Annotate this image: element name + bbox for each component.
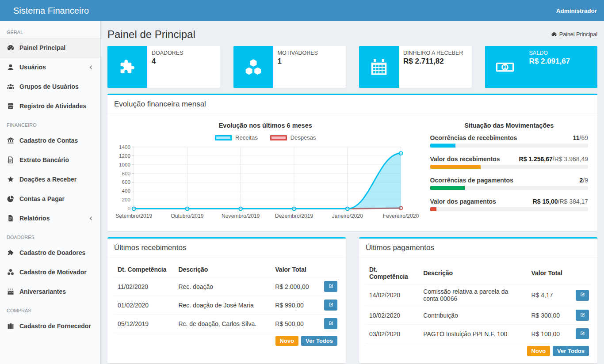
progress-fill xyxy=(430,144,455,148)
sidebar-item-usuarios[interactable]: Usuários xyxy=(0,57,100,77)
file-text-icon xyxy=(7,156,15,164)
sidebar-item-cadastro-de-contas[interactable]: Cadastro de Contas xyxy=(0,131,100,150)
edit-icon xyxy=(580,330,585,337)
view-all-button[interactable]: Ver Todos xyxy=(301,336,337,346)
legend-swatch xyxy=(215,135,232,140)
breadcrumb[interactable]: Painel Principal xyxy=(551,31,597,38)
stats-title: Situação das Movimentações xyxy=(430,122,588,129)
progress-bar xyxy=(430,165,588,169)
table-row: 05/12/2019 Rc. de doação, Carlos Silva. … xyxy=(114,315,339,333)
new-button[interactable]: Novo xyxy=(527,346,550,356)
gauge-icon xyxy=(7,44,15,52)
sidebar-item-label: Doações a Receber xyxy=(19,176,94,183)
users-icon xyxy=(7,83,15,91)
edit-button[interactable] xyxy=(324,300,337,311)
legend-item: Receitas xyxy=(215,134,258,141)
sidebar-item-doacoes-a-receber[interactable]: Doações a Receber xyxy=(0,170,100,189)
sidebar-item-label: Cadastro de Doadores xyxy=(19,249,94,256)
edit-icon xyxy=(580,312,585,319)
puzzle-icon xyxy=(7,249,15,257)
top-navbar: Sistema Financeiro Administrador xyxy=(0,0,604,21)
legend-swatch xyxy=(270,135,287,140)
edit-icon xyxy=(580,292,585,299)
stat-label: Valor dos recebimentos xyxy=(430,155,500,163)
sidebar-item-cadastro-de-doadores[interactable]: Cadastro de Doadores xyxy=(0,243,100,262)
sidebar-item-label: Relatórios xyxy=(19,215,88,222)
column-header: Descrição xyxy=(175,262,271,277)
new-button[interactable]: Novo xyxy=(275,336,299,346)
info-box-value: R$ 2.091,67 xyxy=(529,57,593,66)
info-box-label: DOADORES xyxy=(152,50,216,56)
sidebar-section-label: COMPRAS xyxy=(0,301,100,316)
sidebar-item-label: Cadastro de Motivador xyxy=(19,269,94,276)
sidebar-item-cadastro-de-motivador[interactable]: Cadastro de Motivador xyxy=(0,262,100,282)
info-box-value: 4 xyxy=(152,57,216,66)
edit-button[interactable] xyxy=(324,281,337,292)
sidebar-item-label: Grupos de Usuários xyxy=(19,83,94,90)
edit-button[interactable] xyxy=(576,310,589,321)
info-box-row: DOADORES 4 MOTIVADORES 1 DINHEIRO A RECE… xyxy=(107,46,597,88)
info-box: 1 SALDO R$ 2.091,67 xyxy=(485,46,598,88)
stat-row: Ocorrências de recebimentos 11/69 xyxy=(430,134,588,148)
cubes-icon xyxy=(7,268,15,276)
sidebar-item-relatorios[interactable]: Relatórios xyxy=(0,209,100,228)
info-box-value: R$ 2.711,82 xyxy=(403,57,467,66)
briefcase-icon xyxy=(7,322,15,330)
calendar-icon xyxy=(359,46,399,88)
column-header: Descrição xyxy=(420,262,528,284)
edit-button[interactable] xyxy=(324,318,337,329)
pagamentos-table: Dt. Competência Descrição Valor Total 14… xyxy=(366,262,591,343)
stat-value: R$ 15,00/R$ 384,17 xyxy=(533,198,588,205)
user-icon xyxy=(7,63,15,71)
chart-panel: Evolução financeira mensal Evolução nos … xyxy=(107,94,597,231)
stats-panel: Situação das Movimentações Ocorrências d… xyxy=(417,118,591,225)
progress-fill xyxy=(430,186,465,190)
pagamentos-title: Últimos pagamentos xyxy=(359,239,597,258)
table-actions: Novo Ver Todos xyxy=(114,333,339,347)
recebimentos-panel: Últimos recebimentos Dt. Competência Des… xyxy=(107,237,346,363)
edit-icon xyxy=(328,302,334,309)
pie-icon xyxy=(7,195,15,203)
column-header: Dt. Competência xyxy=(114,262,175,277)
edit-button[interactable] xyxy=(576,328,589,339)
column-header: Valor Total xyxy=(528,262,570,284)
info-box: DINHEIRO A RECEBER R$ 2.711,82 xyxy=(359,46,472,88)
chevron-left-icon xyxy=(88,64,94,70)
sidebar-item-registro-de-atividades[interactable]: Registro de Atividades xyxy=(0,96,100,116)
page-title: Painel de Principal xyxy=(107,28,195,41)
svg-text:1200: 1200 xyxy=(119,153,130,159)
stat-row: Ocorrências de pagamentos 2/9 xyxy=(430,177,588,190)
sidebar-item-grupos-de-usuarios[interactable]: Grupos de Usuários xyxy=(0,77,100,96)
chart-title: Evolução nos últimos 6 meses xyxy=(114,122,417,129)
edit-button[interactable] xyxy=(576,290,589,301)
user-menu[interactable]: Administrador xyxy=(556,8,604,14)
cake-icon xyxy=(7,288,15,296)
sidebar-item-cadastro-de-fornecedor[interactable]: Cadastro de Fornecedor xyxy=(0,316,100,336)
sidebar-item-label: Usuários xyxy=(19,64,88,71)
sidebar-item-aniversariantes[interactable]: Aniversariantes xyxy=(0,282,100,301)
app-logo[interactable]: Sistema Financeiro xyxy=(0,6,101,16)
pagamentos-panel: Últimos pagamentos Dt. Competência Descr… xyxy=(359,237,597,363)
svg-text:600: 600 xyxy=(122,179,130,185)
svg-text:1400: 1400 xyxy=(119,144,130,150)
info-box: DOADORES 4 xyxy=(107,46,220,88)
svg-text:Janeiro/2020: Janeiro/2020 xyxy=(332,213,363,219)
stat-label: Valor dos pagamentos xyxy=(430,198,496,205)
svg-text:Fevereiro/2020: Fevereiro/2020 xyxy=(383,213,419,219)
info-box-label: MOTIVADORES xyxy=(278,50,342,56)
table-row: 01/02/2020 Rec. doação de José Maria R$ … xyxy=(114,296,339,315)
chart-legend: ReceitasDespesas xyxy=(114,134,417,141)
sidebar-item-painel-principal[interactable]: Painel Principal xyxy=(0,38,100,57)
sidebar-item-label: Registro de Atividades xyxy=(19,102,94,110)
info-box-value: 1 xyxy=(278,57,342,66)
stat-value: R$ 1.256,67/R$ 3.968,49 xyxy=(519,155,588,163)
table-row: 10/02/2020 Contribuição R$ 300,00 xyxy=(366,306,591,325)
sidebar-item-contas-a-pagar[interactable]: Contas a Pagar xyxy=(0,189,100,209)
svg-text:Novembro/2019: Novembro/2019 xyxy=(222,213,260,219)
view-all-button[interactable]: Ver Todos xyxy=(553,346,589,356)
sidebar-section-label: FINANCEIRO xyxy=(0,116,100,131)
sidebar-item-label: Cadastro de Contas xyxy=(19,137,94,144)
sidebar-item-extrato-bancario[interactable]: Extrato Bancário xyxy=(0,150,100,170)
svg-text:1: 1 xyxy=(503,64,506,70)
svg-text:Setembro/2019: Setembro/2019 xyxy=(115,213,152,219)
